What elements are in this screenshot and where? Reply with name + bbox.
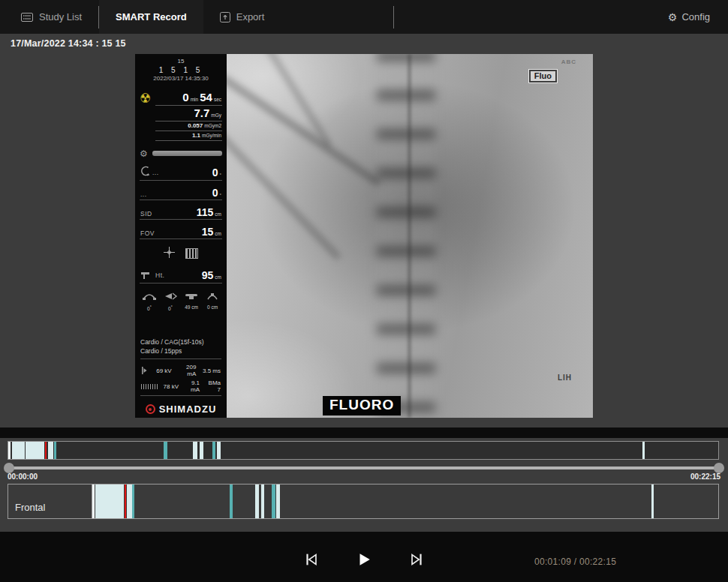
tab-study-list[interactable]: Study List: [0, 0, 98, 34]
image-viewer: 15 1 5 1 5 2022/03/17 14:35:30 ☢ 0 min 5…: [135, 54, 593, 418]
dose-total-row: 7.7 mGy: [155, 106, 222, 122]
table-long-indicator: 49 cm: [182, 290, 200, 311]
timeline-overview-bar[interactable]: [8, 441, 719, 460]
tab-smart-record[interactable]: SMART Record: [99, 0, 203, 34]
exposure1-ma: 209 mA: [176, 364, 197, 377]
overlay-divider: [140, 358, 221, 359]
dose-block: ☢ 0 min 54 sec 7.7 mGy 0.057 mGym2 1.1: [135, 90, 227, 141]
crosshair-icon: [164, 247, 175, 261]
slider-handle-right[interactable]: [714, 463, 724, 473]
config-label: Config: [681, 11, 710, 22]
fov-value: 15: [202, 226, 214, 238]
table-height-block: Ht. 95 cm: [135, 262, 227, 284]
playhead-marker[interactable]: [125, 484, 126, 518]
table-tilt-indicator: 0°: [161, 290, 179, 311]
collimator-icon: ⚙: [140, 149, 148, 158]
overlay-header: 15 1 5 1 5 2022/03/17 14:35:30: [135, 58, 227, 83]
timeline-segment[interactable]: [255, 484, 259, 518]
dose-rate-unit: mGy/min: [202, 133, 221, 138]
timeline-segment[interactable]: [193, 442, 197, 459]
collimation-icons: [135, 247, 227, 261]
smart-record-app: Study List SMART Record Export ⚙ Config …: [0, 0, 728, 582]
angle1-unit: °: [220, 172, 221, 177]
playback-time-display: 00:01:09 / 00:22:15: [534, 556, 616, 567]
skip-next-button[interactable]: [408, 550, 426, 568]
c-arm-icon: [140, 166, 149, 179]
overlay-datetime: 2022/03/17 14:35:30: [135, 75, 227, 82]
brand-name: SHIMADZU: [159, 404, 217, 415]
timeline-segment[interactable]: [107, 484, 124, 518]
timeline-segment[interactable]: [8, 442, 11, 459]
skip-previous-button[interactable]: [302, 550, 320, 568]
top-bar: Study List SMART Record Export ⚙ Config: [0, 0, 728, 34]
collimator-row: ⚙: [140, 149, 222, 158]
timeline-end-time: 00:22:15: [690, 472, 720, 481]
timeline-segment[interactable]: [26, 442, 44, 459]
overlay-frame-rate: 15: [135, 58, 227, 65]
timeline-segment[interactable]: [261, 484, 264, 518]
table-long-value: 49: [185, 304, 190, 310]
catheter-shadow: [408, 54, 411, 418]
exposure-row-1: 69 kV 209 mA 3.5 ms: [135, 364, 227, 377]
dose-rate-row: 1.1 mGy/min: [155, 131, 222, 141]
dose-rate: 1.1: [192, 132, 200, 139]
slider-handle-left[interactable]: [4, 463, 14, 473]
slider-track[interactable]: [9, 466, 719, 470]
timeline-start-time: 00:00:00: [8, 472, 38, 481]
timeline-segment[interactable]: [127, 484, 132, 518]
timeline-time-labels: 00:00:00 00:22:15: [8, 472, 720, 481]
timeline-segment[interactable]: [200, 442, 203, 459]
timeline-segment[interactable]: [95, 484, 107, 518]
sid-label: SID: [140, 210, 152, 218]
timeline-segment[interactable]: [651, 484, 654, 518]
exposure-icon: [141, 367, 147, 374]
fluoro-seconds: 54: [200, 91, 212, 104]
timeline-segment[interactable]: [272, 484, 275, 518]
study-list-icon: [21, 13, 33, 22]
table-height-icon: [140, 268, 152, 282]
timeline-segment[interactable]: [642, 442, 645, 459]
lih-label: LIH: [558, 374, 572, 382]
timeline-segment[interactable]: [164, 442, 167, 459]
playhead-marker[interactable]: [45, 442, 47, 459]
table-position-row: 0° 0° 49 cm 0 cm: [135, 290, 227, 311]
program-name-1: Cardio / CAG(15f-10s): [135, 338, 227, 347]
config-button[interactable]: ⚙ Config: [668, 11, 710, 22]
timeline-segment[interactable]: [230, 484, 233, 518]
timeline-segment[interactable]: [54, 442, 56, 459]
exposure2-ma: 9.1 mA: [183, 380, 200, 393]
sid-value: 115: [197, 206, 214, 218]
timeline-segment[interactable]: [217, 442, 221, 459]
timeline-segment[interactable]: [92, 484, 95, 518]
fluo-mode-label: Fluo: [529, 70, 557, 82]
dose-total-unit: mGy: [211, 112, 221, 118]
gear-icon: ⚙: [668, 12, 678, 22]
timeline-section: 00:00:00 00:22:15 Frontal: [0, 438, 728, 532]
sid-unit: cm: [215, 212, 221, 217]
sid-row: SID 115 cm: [140, 206, 222, 220]
timeline-segment[interactable]: [276, 484, 280, 518]
timeline-segment[interactable]: [48, 442, 54, 459]
play-button[interactable]: [355, 550, 373, 568]
angle2-label: ...: [140, 190, 147, 198]
study-list-label: Study List: [39, 11, 82, 22]
timeline-range-slider[interactable]: [4, 463, 724, 473]
abc-label: ABC: [561, 58, 576, 65]
fov-label: FOV: [140, 230, 155, 237]
timeline-segment[interactable]: [132, 484, 134, 518]
tab-export[interactable]: Export: [203, 0, 281, 34]
dap-unit: mGym2: [204, 123, 221, 128]
fluoroscopy-image[interactable]: ABC Fluo LIH FLUORO: [227, 54, 593, 418]
study-datetime: 17/Mar/2022 14:34 : 15 15: [11, 38, 126, 49]
frontal-track-clips[interactable]: [92, 484, 718, 518]
transport-controls: [0, 550, 728, 568]
overlay-divider: [140, 395, 221, 396]
timeline-segment[interactable]: [12, 442, 26, 459]
topbar-divider: [393, 6, 394, 28]
table-height-label: Ht.: [155, 272, 164, 279]
filter-grid-icon: [185, 248, 198, 259]
timeline-segment[interactable]: [212, 442, 216, 459]
fluoro-time-row: 0 min 54 sec: [155, 90, 222, 106]
table-height-value: 95: [202, 269, 214, 281]
fluoro-minutes: 0: [182, 91, 188, 104]
